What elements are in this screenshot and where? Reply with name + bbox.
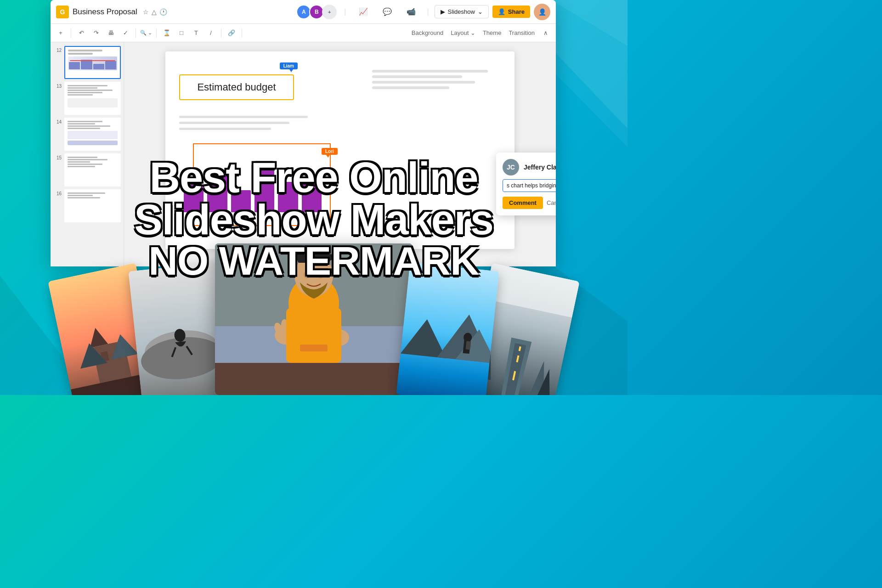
toolbar-divider-4 bbox=[221, 28, 221, 38]
collaborators-list: A B + bbox=[296, 5, 337, 19]
theme-label[interactable]: Theme bbox=[480, 29, 504, 36]
slide-image-13[interactable] bbox=[64, 82, 121, 115]
chart-bar-2 bbox=[207, 174, 227, 212]
svg-marker-1 bbox=[551, 0, 628, 46]
slide-thumbnail-15[interactable]: 15 bbox=[53, 153, 121, 187]
slideshow-button[interactable]: ▶ Slideshow ⌄ bbox=[435, 5, 489, 18]
comment-button[interactable]: 💬 bbox=[377, 5, 397, 19]
text-line-2 bbox=[372, 75, 462, 78]
chart-bar-6 bbox=[302, 176, 322, 212]
slide-number-16: 16 bbox=[53, 191, 62, 196]
star-icon[interactable]: ☆ bbox=[143, 8, 149, 16]
chart-bar-4 bbox=[254, 165, 274, 212]
slide-number-15: 15 bbox=[53, 155, 62, 160]
title-action-icons: ☆ △ 🕐 bbox=[143, 8, 167, 16]
comment-header: JC Jeffery Clark bbox=[503, 159, 556, 175]
text-line-3 bbox=[372, 81, 475, 84]
text-line-1 bbox=[372, 70, 488, 73]
estimated-budget-text: Estimated budget bbox=[197, 81, 276, 93]
text-tool[interactable]: T bbox=[190, 27, 203, 40]
line-tool[interactable]: / bbox=[204, 27, 217, 40]
chart-bar-3 bbox=[231, 190, 251, 212]
slide-panel: 12 bbox=[51, 42, 124, 266]
document-title: Business Proposal bbox=[73, 7, 137, 17]
lori-cursor: Lori bbox=[322, 148, 338, 155]
slide-number-13: 13 bbox=[53, 84, 62, 89]
layout-label[interactable]: Layout ⌄ bbox=[448, 29, 478, 36]
photo-card-4 bbox=[396, 262, 499, 395]
toolbar-row: + ↶ ↷ 🖶 ✓ 🔍 ⌄ ⌛ □ T / 🔗 Background Layou… bbox=[51, 24, 556, 42]
toolbar-divider-5 bbox=[242, 28, 242, 38]
slide-image-14[interactable] bbox=[64, 118, 121, 151]
photo-card-center bbox=[215, 243, 413, 395]
background-label[interactable]: Background bbox=[409, 29, 446, 36]
chart-bars bbox=[179, 157, 326, 212]
slide-body-lines bbox=[179, 116, 317, 130]
comment-text-input[interactable] bbox=[503, 179, 556, 192]
slide-chart: Sales bbox=[179, 157, 326, 231]
svg-rect-35 bbox=[396, 262, 499, 395]
chart-bar-1 bbox=[184, 185, 204, 212]
slide-thumbnail-12[interactable]: 12 bbox=[53, 46, 121, 79]
body-line-1 bbox=[179, 116, 308, 118]
slide-canvas: Liam Estimated budget bbox=[124, 42, 556, 266]
cursor-tool[interactable]: ⌛ bbox=[160, 27, 173, 40]
collaborator-more: + bbox=[322, 5, 337, 19]
chart-bar-5 bbox=[278, 182, 298, 212]
transition-label[interactable]: Transition bbox=[506, 29, 537, 36]
user-avatar[interactable]: 👤 bbox=[534, 4, 550, 20]
add-button[interactable]: + bbox=[54, 27, 67, 40]
editor-area: 12 bbox=[51, 42, 556, 266]
estimated-budget-box[interactable]: Liam Estimated budget bbox=[179, 74, 294, 100]
slides-app-icon: G bbox=[56, 6, 69, 18]
chevron-down-icon: ⌄ bbox=[478, 8, 483, 15]
slide-number-14: 14 bbox=[53, 119, 62, 124]
svg-point-27 bbox=[319, 271, 322, 276]
toolbar-divider-1 bbox=[71, 28, 71, 38]
svg-rect-33 bbox=[300, 345, 328, 351]
svg-rect-23 bbox=[298, 252, 330, 263]
center-photo bbox=[215, 243, 413, 395]
share-icon: 👤 bbox=[498, 8, 505, 15]
slide-thumbnail-14[interactable]: 14 bbox=[53, 118, 121, 151]
submit-comment-button[interactable]: Comment bbox=[503, 197, 543, 209]
spellcheck-button[interactable]: ✓ bbox=[119, 27, 132, 40]
meet-button[interactable]: 📹 bbox=[401, 5, 421, 19]
slide-image-15[interactable] bbox=[64, 153, 121, 187]
history-icon[interactable]: 🕐 bbox=[159, 8, 167, 16]
slide-number-12: 12 bbox=[53, 48, 62, 53]
comment-user-avatar: JC bbox=[503, 159, 519, 175]
trend-button[interactable]: 📈 bbox=[353, 5, 373, 19]
toolbar-divider-3 bbox=[156, 28, 157, 38]
shape-tool[interactable]: □ bbox=[175, 27, 188, 40]
photo-strip bbox=[0, 239, 628, 395]
body-line-2 bbox=[179, 122, 289, 124]
link-button[interactable]: 🔗 bbox=[225, 27, 238, 40]
cancel-comment-button[interactable]: Cancel bbox=[547, 199, 556, 206]
print-button[interactable]: 🖶 bbox=[104, 27, 117, 40]
slide-image-16[interactable] bbox=[64, 189, 121, 222]
slide-thumbnail-13[interactable]: 13 bbox=[53, 82, 121, 115]
svg-rect-41 bbox=[465, 341, 471, 350]
collapse-toolbar-button[interactable]: ∧ bbox=[539, 27, 552, 40]
undo-button[interactable]: ↶ bbox=[75, 27, 88, 40]
title-bar: G Business Proposal ☆ △ 🕐 A B + | 📈 💬 📹 … bbox=[51, 0, 556, 24]
svg-point-26 bbox=[305, 271, 309, 276]
svg-rect-34 bbox=[215, 363, 413, 395]
redo-button[interactable]: ↷ bbox=[90, 27, 102, 40]
share-button[interactable]: 👤 Share bbox=[492, 6, 530, 18]
slide-image-12[interactable] bbox=[64, 46, 121, 79]
text-line-4 bbox=[372, 86, 449, 89]
svg-rect-32 bbox=[286, 308, 341, 363]
slide-thumbnail-16[interactable]: 16 bbox=[53, 189, 121, 222]
photo-lake-image bbox=[396, 262, 499, 395]
liam-cursor: Liam bbox=[280, 62, 298, 69]
zoom-button[interactable]: 🔍 ⌄ bbox=[140, 27, 153, 40]
slide-main: Liam Estimated budget bbox=[165, 51, 514, 249]
comment-bubble: JC Jeffery Clark Comment Cancel bbox=[496, 153, 556, 215]
slide-right-content bbox=[372, 70, 501, 92]
body-line-3 bbox=[179, 128, 271, 130]
slides-mockup: G Business Proposal ☆ △ 🕐 A B + | 📈 💬 📹 … bbox=[51, 0, 556, 266]
chart-sales-label: Sales bbox=[179, 214, 326, 218]
drive-icon[interactable]: △ bbox=[152, 8, 157, 16]
